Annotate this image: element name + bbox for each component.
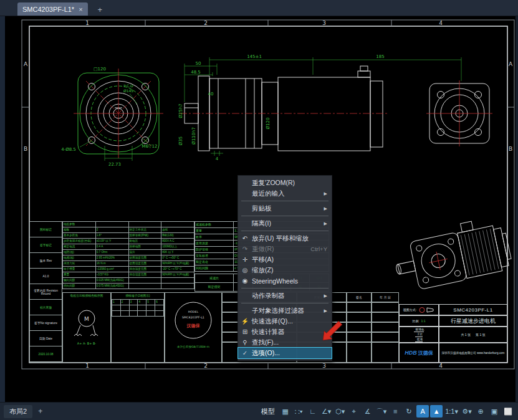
menu-item-options[interactable]: ✓ 选项(O)... [238,348,332,358]
table-row: 步距角误差精度(空载)±0.09° 以下耐电压800V A.C [63,239,194,244]
approval-row: 批准 [415,337,423,342]
autoscale-icon[interactable]: ▲ [430,405,443,418]
iso-view [390,215,514,294]
menu-item-isolate[interactable]: 隔离(I) ▶ [238,218,332,229]
svg-text:1: 1 [85,363,89,369]
menu-item-repeat-zoom[interactable]: 重复'ZOOM(R) [238,178,332,188]
table-cell: 电感(相) [63,255,96,261]
table-cell: 轴向间隙 [63,278,96,284]
menu-item-find[interactable]: ⚲ 查找(F)... [238,337,332,348]
revision-row: 版本 Rev [30,253,62,269]
part-number: SMC4203PF-L1 [439,304,507,315]
table-cell: ±0.09° 以下 [95,239,128,244]
dim-40: 40 [208,92,214,97]
table-cell [161,284,194,289]
tab-close-icon[interactable]: × [79,6,82,13]
table-row [112,311,164,317]
grid-icon[interactable]: ▦ [279,405,292,418]
table-row: 电感(相)2.95 mH±20%使用温度范围0° C ~+50° C [63,255,194,261]
menu-item-subobject-filter[interactable]: 子对象选择过滤器 ▶ [238,305,332,316]
dim-tap: M6▽12 [142,144,158,149]
table-cell: 保存湿度范围 [128,272,161,278]
snap-icon[interactable]: ⸬▾ [293,405,305,418]
table-cell [128,222,161,227]
table-cell: 0° C ~+50° C [161,255,194,261]
table-cell: ≈13560 g.cm² [95,267,128,272]
table-cell: 0.4 A [95,244,128,250]
osnap-tracking-icon[interactable]: ∡ [362,405,374,418]
ortho-icon[interactable]: ∟ [307,405,319,418]
table-cell: 1 [112,300,121,305]
file-tab[interactable]: SMC4203PF-L1* × [17,2,88,16]
menu-item-quick-select[interactable]: ⚡ 快速选择(Q)... [238,316,332,327]
svg-text:2: 2 [204,363,208,369]
revision-row: 变更内容 Revision Record [30,284,62,300]
pan-icon: ✛ [240,256,250,263]
table-cell: 4 [138,300,146,305]
status-bar: 布局2 + 模型 ▦ ⸬▾ ∟ ∠▾ ⬡▾ ⌖ ∡ ⌒▾ ≡ ↻ A ▲ 1:1… [0,402,518,420]
redo-icon: ↷ [240,246,250,252]
table-cell: 减速比 [195,274,234,283]
drawing-canvas[interactable]: 1 2 3 4 1 2 3 4 A B A B [0,16,518,402]
selection-cycling-icon[interactable]: ↻ [403,405,415,418]
menu-item-redo[interactable]: ↷ 重做(R) Ctrl+Y [238,244,332,254]
dim-50: 50 [196,61,201,66]
table-cell [128,284,161,289]
table-cell: 步距角误差精度(空载) [63,239,96,244]
submenu-arrow-icon: ▶ [324,221,327,226]
table-cell: 相数 [63,227,96,233]
table-cell: 2 [120,300,129,305]
annotation-scale-icon[interactable]: 1:1▾ [444,405,459,418]
new-tab-button[interactable]: + [94,4,107,16]
revision-row: 签字No signature [30,315,62,331]
table-cell [112,305,121,311]
stamp-brand: 汉德保 [186,323,201,328]
workspace-gear-icon[interactable]: ⚙▾ [461,405,473,418]
motor-wiring-symbol: M A+ A- B+ B- [63,297,110,350]
svg-text:MODEL: MODEL [188,310,199,313]
menu-item-undo[interactable]: ↶ 放弃(U) 平移和缩放 [238,233,332,244]
dynamic-input-icon[interactable]: ⌖ [348,405,360,418]
menu-separator [241,231,329,231]
polar-tracking-icon[interactable]: ∠▾ [320,405,333,418]
revision-row: 初次发放 [30,300,62,315]
table-cell: 基本步距角 [63,233,96,239]
annotation-visibility-icon[interactable]: A [416,405,429,418]
clean-screen-icon[interactable]: ⬜ [502,405,514,418]
table-cell: 80K 以下 [161,250,194,255]
submenu-arrow-icon: ▶ [324,294,327,298]
table-cell [112,311,121,317]
menu-item-clipboard[interactable]: 剪贴板 ▶ [238,203,332,214]
object-snap-icon[interactable]: ⌒▾ [375,405,388,418]
table-cell: 绝缘等级(阶级) [128,233,161,239]
svg-text:B: B [509,146,512,152]
menu-item-steeringwheels[interactable]: ◉ SteeringWheels [238,275,332,286]
annotation-monitor-icon[interactable]: ⊕ [474,405,487,418]
svg-text:SMC4203PF-L1: SMC4203PF-L1 [182,316,204,319]
table-cell: 转子惯量 [63,267,96,272]
view-method-label: 视图方式: [403,308,416,312]
menu-item-recent-input[interactable]: 最近的输入 ▶ [238,188,332,199]
table-cell: B级(130) [161,233,194,239]
table-row: 123456 [112,300,164,305]
revision-row: 签字标记 [30,237,62,253]
quick-properties-icon[interactable]: ▣ [488,405,501,418]
layout-tab[interactable]: 布局2 [4,405,32,418]
lineweight-icon[interactable]: ≡ [389,405,401,418]
add-layout-button[interactable]: + [35,406,46,417]
table-cell: 绝缘电阻 [128,244,161,250]
menu-item-pan[interactable]: ✛ 平移(A) [238,254,332,265]
menu-item-zoom[interactable]: ◎ 缩放(Z) [238,265,332,275]
menu-separator [241,288,329,289]
menu-item-action-recorder[interactable]: 动作录制器 ▶ [238,290,332,301]
table-cell [128,278,161,284]
table-cell: 连续 [161,227,194,233]
menu-item-quick-calculator[interactable]: ⊞ 快速计算器 [238,327,332,337]
table-cell: 使用温度 [195,241,234,247]
table-cell [155,305,164,311]
isodraft-icon[interactable]: ⬡▾ [334,405,347,418]
model-space-label[interactable]: 模型 [261,407,275,416]
table-cell: 额定扭矩 [195,283,234,292]
table-cell: 绝定工作状态 [128,227,161,233]
table-cell: 100MΩ以上 [161,244,194,250]
